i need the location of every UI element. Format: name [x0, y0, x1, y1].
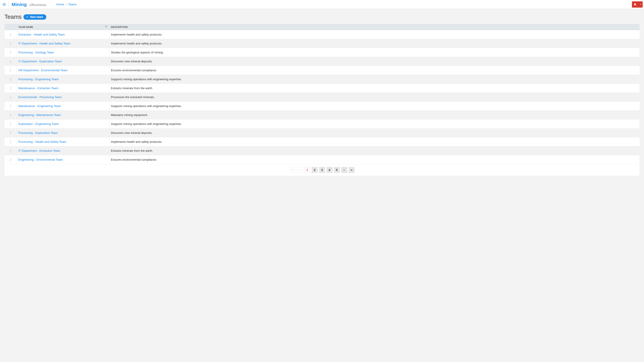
svg-point-5: [10, 44, 11, 45]
more-vert-icon: [10, 33, 11, 36]
filter-button[interactable]: [105, 26, 107, 28]
breadcrumb-current[interactable]: Teams: [68, 3, 76, 6]
more-vert-icon: [10, 96, 11, 99]
row-actions-button[interactable]: [4, 93, 17, 101]
first-page-icon: [291, 169, 294, 171]
column-name-header[interactable]: TEAM NAME: [17, 24, 110, 30]
row-description: Supports mining operations with engineer…: [110, 102, 640, 110]
page-number-button[interactable]: 1: [304, 167, 310, 173]
row-actions-button[interactable]: [4, 39, 17, 48]
row-description: Implements health and safety protocols.: [110, 39, 640, 48]
last-page-icon: [350, 169, 353, 171]
page-first-button[interactable]: [290, 167, 296, 173]
filter-icon: [105, 26, 107, 28]
row-actions-button[interactable]: [4, 30, 17, 39]
row-actions-button[interactable]: [4, 48, 17, 57]
table-row: Processing - Exploration Team Discovers …: [4, 128, 640, 137]
table-row: IT Department - Health and Safety Team I…: [4, 39, 640, 48]
hamburger-menu-button[interactable]: [0, 0, 8, 9]
team-link[interactable]: Extraction - Health and Safety Team: [18, 33, 65, 36]
page-number-button[interactable]: 2: [312, 167, 318, 173]
svg-point-30: [10, 123, 11, 123]
team-link[interactable]: Engineering - Maintenance Team: [18, 113, 61, 117]
team-link[interactable]: Processing - Engineering Team: [18, 77, 58, 81]
svg-point-10: [10, 61, 11, 62]
column-description-header[interactable]: DESCRIPTION: [110, 24, 640, 30]
page-number-button[interactable]: 4: [326, 167, 332, 173]
row-actions-button[interactable]: [4, 128, 17, 137]
page-number-button[interactable]: 5: [334, 167, 340, 173]
team-link[interactable]: Maintenance - Extraction Team: [18, 86, 58, 90]
row-actions-button[interactable]: [4, 84, 17, 92]
row-actions-button[interactable]: [4, 111, 17, 119]
new-team-button[interactable]: New team: [24, 14, 46, 20]
table-row: Maintenance - Extraction Team Extracts m…: [4, 84, 640, 93]
row-team-name: IT Department - Extraction Team: [17, 146, 110, 155]
team-link[interactable]: IT Department - Extraction Team: [18, 149, 60, 152]
team-link[interactable]: Processing - Geology Team: [18, 51, 54, 54]
team-link[interactable]: Engineering - Environmental Team: [18, 158, 63, 161]
svg-point-0: [10, 33, 11, 34]
more-vert-icon: [10, 158, 11, 161]
row-team-name: Extraction - Health and Safety Team: [17, 30, 110, 39]
team-link[interactable]: Processing - Health and Safety Team: [18, 140, 66, 143]
table-header: TEAM NAME DESCRIPTION: [4, 24, 640, 30]
svg-point-12: [10, 69, 11, 69]
row-actions-button[interactable]: [4, 146, 17, 155]
svg-point-15: [10, 78, 11, 78]
svg-point-32: [10, 125, 11, 125]
row-team-name: Processing - Health and Safety Team: [17, 137, 110, 146]
svg-point-9: [10, 60, 11, 60]
team-link[interactable]: Environmental - Processing Team: [18, 95, 62, 99]
team-link[interactable]: Exploration - Engineering Team: [18, 122, 59, 126]
svg-point-35: [10, 134, 11, 134]
team-link[interactable]: IT Department - Health and Safety Team: [18, 42, 70, 45]
svg-point-29: [10, 116, 11, 116]
plus-icon: [26, 15, 29, 18]
row-actions-button[interactable]: [4, 75, 17, 84]
table-row: Engineering - Maintenance Team Maintains…: [4, 111, 640, 120]
svg-point-19: [10, 88, 11, 88]
team-link[interactable]: Processing - Exploration Team: [18, 131, 58, 134]
notifications-button[interactable]: [632, 1, 638, 7]
row-team-name: Maintenance - Extraction Team: [17, 84, 110, 92]
row-team-name: Environmental - Processing Team: [17, 93, 110, 101]
breadcrumb-home[interactable]: Home: [56, 3, 64, 6]
svg-point-31: [10, 124, 11, 124]
more-vert-icon: [10, 42, 11, 45]
page-next-button[interactable]: [341, 167, 347, 173]
team-link[interactable]: IT Department - Exploration Team: [18, 60, 62, 63]
row-actions-button[interactable]: [4, 66, 17, 75]
row-actions-button[interactable]: [4, 57, 17, 66]
page-last-button[interactable]: [348, 167, 355, 173]
svg-point-40: [10, 151, 11, 151]
svg-point-3: [10, 42, 11, 43]
notifications-dropdown-button[interactable]: [638, 1, 643, 7]
svg-point-25: [10, 106, 11, 106]
row-description: Extracts minerals from the earth.: [110, 84, 640, 92]
svg-point-39: [10, 149, 11, 150]
svg-point-34: [10, 133, 11, 133]
row-description: Ensures environmental compliance.: [110, 66, 640, 75]
row-team-name: IT Department - Exploration Team: [17, 57, 110, 66]
svg-point-16: [10, 79, 11, 79]
row-description: Implements health and safety protocols.: [110, 30, 640, 39]
teams-table: TEAM NAME DESCRIPTION Extraction - Healt…: [4, 24, 640, 176]
column-description-label: DESCRIPTION: [111, 26, 128, 28]
svg-point-17: [10, 80, 11, 80]
row-team-name: Processing - Exploration Team: [17, 128, 110, 137]
row-actions-button[interactable]: [4, 120, 17, 128]
page-number-button[interactable]: 3: [319, 167, 325, 173]
row-actions-button[interactable]: [4, 155, 17, 164]
table-row: Processing - Engineering Team Supports m…: [4, 75, 640, 84]
team-link[interactable]: HR Department - Environmental Team: [18, 69, 68, 72]
row-actions-button[interactable]: [4, 102, 17, 110]
svg-point-28: [10, 115, 11, 115]
brand-main[interactable]: Mining: [12, 2, 27, 7]
svg-point-20: [10, 89, 11, 89]
svg-point-18: [10, 87, 11, 87]
row-description: Discovers new mineral deposits.: [110, 128, 640, 137]
team-link[interactable]: Maintenance - Engineering Team: [18, 104, 61, 108]
row-actions-button[interactable]: [4, 137, 17, 146]
page-prev-button[interactable]: [297, 167, 303, 173]
